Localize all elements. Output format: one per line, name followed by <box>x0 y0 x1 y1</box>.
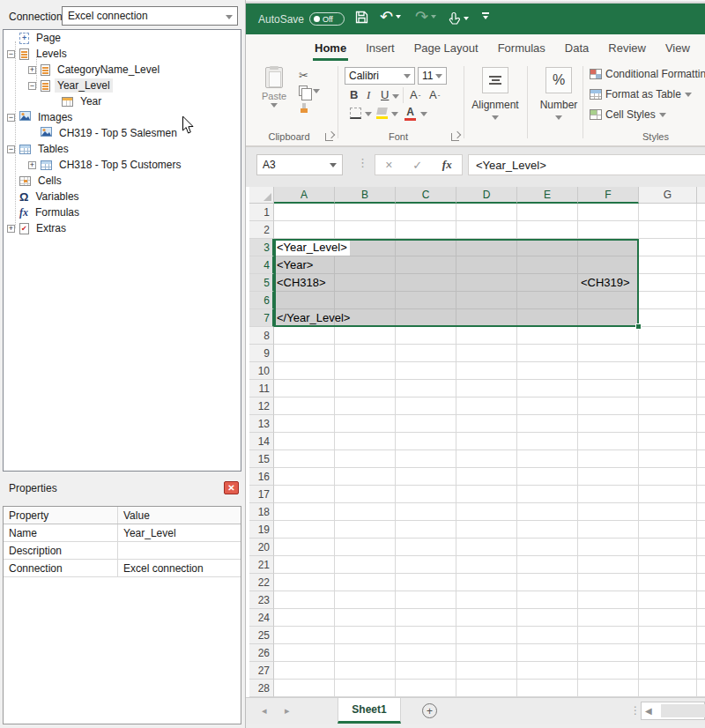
next-sheet-arrow-icon[interactable] <box>285 705 290 717</box>
cell-f12[interactable] <box>578 397 639 415</box>
column-header-f[interactable]: F <box>578 187 639 204</box>
row-header-19[interactable]: 19 <box>249 521 274 539</box>
cell-g15[interactable] <box>639 450 697 468</box>
horizontal-scrollbar[interactable]: ◀ <box>641 702 705 720</box>
tab-review[interactable]: Review <box>606 37 648 61</box>
cell-d7[interactable] <box>456 309 517 327</box>
cell-c7[interactable] <box>396 309 456 327</box>
row-header-10[interactable]: 10 <box>249 362 274 380</box>
property-value[interactable]: Year_Level <box>118 524 241 541</box>
save-button[interactable] <box>355 11 368 24</box>
cell-stub[interactable] <box>697 662 705 680</box>
row-header-11[interactable]: 11 <box>249 380 274 397</box>
cell-d11[interactable] <box>456 380 517 397</box>
cell-f20[interactable] <box>578 539 639 556</box>
cell-e27[interactable] <box>517 662 578 680</box>
cell-a22[interactable] <box>274 574 335 591</box>
cell-b19[interactable] <box>335 521 396 539</box>
row-header-18[interactable]: 18 <box>249 503 274 521</box>
cell-a17[interactable] <box>274 486 335 503</box>
cell-d18[interactable] <box>456 503 517 521</box>
cell-f24[interactable] <box>578 609 639 627</box>
autosave-toggle[interactable]: Off <box>309 12 345 26</box>
cell-g7[interactable] <box>639 309 697 327</box>
cell-a26[interactable] <box>274 644 335 662</box>
cell-b20[interactable] <box>335 539 396 556</box>
cell-g4[interactable] <box>639 256 697 274</box>
cell-b26[interactable] <box>335 644 396 662</box>
cell-b28[interactable] <box>335 680 396 697</box>
cell-g25[interactable] <box>639 627 697 644</box>
cell-b9[interactable] <box>335 345 396 362</box>
cell-a21[interactable] <box>274 556 335 574</box>
cell-c4[interactable] <box>396 256 456 274</box>
expand-icon[interactable]: + <box>28 66 36 74</box>
cell-c11[interactable] <box>396 380 456 397</box>
cell-stub[interactable] <box>697 380 705 397</box>
column-header-g[interactable]: G <box>639 187 697 204</box>
row-header-27[interactable]: 27 <box>249 662 274 680</box>
cell-g5[interactable] <box>639 274 697 292</box>
cell-c12[interactable] <box>396 397 456 415</box>
cell-b16[interactable] <box>335 468 396 486</box>
cell-stub[interactable] <box>697 591 705 609</box>
cell-d20[interactable] <box>456 539 517 556</box>
cell-b12[interactable] <box>335 397 396 415</box>
cell-stub[interactable] <box>697 415 705 433</box>
cell-e2[interactable] <box>517 221 578 239</box>
row-header-7[interactable]: 7 <box>249 309 274 327</box>
cell-c2[interactable] <box>396 221 456 239</box>
cell-c26[interactable] <box>396 644 456 662</box>
drag-handle-icon[interactable]: ⋮ <box>357 156 368 169</box>
tree-item-categoryname-level[interactable]: +CategoryName_Level <box>4 62 241 78</box>
font-size-select[interactable]: 11 <box>418 67 447 85</box>
cell-d15[interactable] <box>456 450 517 468</box>
cell-c15[interactable] <box>396 450 456 468</box>
font-color-button[interactable]: A <box>404 106 416 121</box>
cell-g23[interactable] <box>639 591 697 609</box>
cell-b2[interactable] <box>335 221 396 239</box>
cell-stub[interactable] <box>697 345 705 362</box>
tab-page-layout[interactable]: Page Layout <box>412 37 480 61</box>
font-dialog-launcher-icon[interactable] <box>451 133 459 141</box>
cell-stub[interactable] <box>697 327 705 345</box>
cell-b13[interactable] <box>335 415 396 433</box>
cell-a13[interactable] <box>274 415 335 433</box>
cell-stub[interactable] <box>697 680 705 697</box>
conditional-formatting-button[interactable]: Conditional Formatting <box>590 68 705 80</box>
cell-stub[interactable] <box>697 292 705 309</box>
cell-c8[interactable] <box>396 327 456 345</box>
tree-item-formulas[interactable]: fxFormulas <box>4 204 241 220</box>
cell-e19[interactable] <box>517 521 578 539</box>
cell-f8[interactable] <box>578 327 639 345</box>
row-header-1[interactable]: 1 <box>249 204 274 221</box>
cell-g19[interactable] <box>639 521 697 539</box>
cell-f22[interactable] <box>578 574 639 591</box>
cell-f17[interactable] <box>578 486 639 503</box>
cell-f25[interactable] <box>578 627 639 644</box>
row-header-15[interactable]: 15 <box>249 450 274 468</box>
cell-e7[interactable] <box>517 309 578 327</box>
cell-a5[interactable]: <CH318> <box>274 274 335 292</box>
cell-c13[interactable] <box>396 415 456 433</box>
cell-e10[interactable] <box>517 362 578 380</box>
cell-g20[interactable] <box>639 539 697 556</box>
cell-stub[interactable] <box>697 468 705 486</box>
cell-b23[interactable] <box>335 591 396 609</box>
format-painter-button[interactable] <box>299 103 309 114</box>
drag-handle-icon[interactable]: ⋮ <box>630 704 641 717</box>
row-header-26[interactable]: 26 <box>249 644 274 662</box>
collapse-icon[interactable]: − <box>7 145 15 153</box>
expand-icon[interactable]: + <box>28 161 36 169</box>
cell-f11[interactable] <box>578 380 639 397</box>
cell-b4[interactable] <box>335 256 396 274</box>
row-header-25[interactable]: 25 <box>249 627 274 644</box>
paste-button[interactable]: Paste <box>256 67 292 125</box>
cell-a1[interactable] <box>274 204 335 221</box>
row-header-28[interactable]: 28 <box>249 680 274 697</box>
cell-a12[interactable] <box>274 397 335 415</box>
font-color-caret[interactable] <box>420 112 427 116</box>
cell-e16[interactable] <box>517 468 578 486</box>
bold-button[interactable]: B <box>350 88 358 101</box>
cell-a24[interactable] <box>274 609 335 627</box>
